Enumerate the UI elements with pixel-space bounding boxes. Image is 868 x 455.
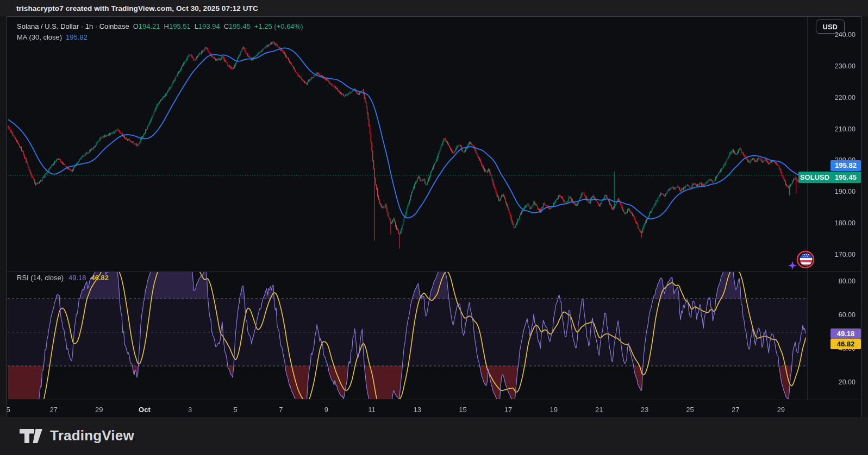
footer: TradingView	[0, 417, 868, 455]
price-tick-label: 190.00	[835, 188, 855, 195]
price-tick-label: 180.00	[835, 219, 855, 227]
open-label: O	[133, 22, 139, 30]
pane-separator[interactable]	[7, 271, 861, 272]
flag-moon-emoji	[788, 249, 816, 273]
time-tick-label: 27	[732, 406, 739, 414]
change-value: +1.25 (+0.64%)	[254, 22, 303, 30]
ma-legend-row[interactable]: MA (30, close) 195.82	[17, 31, 303, 42]
ma-indicator-label: MA (30, close)	[17, 33, 62, 41]
price-tick-label: 230.00	[835, 62, 855, 70]
ma-indicator-value: 195.82	[66, 33, 88, 41]
close-value: 195.45	[229, 22, 251, 30]
open-value: 194.21	[139, 22, 160, 30]
time-tick-label: 17	[504, 406, 512, 414]
rsi-ma-value-label: 46.82	[830, 339, 861, 349]
time-tick-label: 19	[549, 406, 557, 414]
rsi-tick-label: 20.00	[839, 378, 855, 386]
tradingview-logo-text: TradingView	[50, 427, 134, 444]
low-label: L	[195, 22, 198, 30]
rsi-legend-row[interactable]: RSI (14, close) 49.18 46.82	[17, 273, 109, 282]
sparkle-icon	[788, 261, 797, 270]
last-price-label: 195.45	[830, 172, 861, 183]
time-tick-label: 9	[324, 406, 328, 414]
time-tick-label: 11	[368, 406, 376, 414]
rsi-indicator-value: 49.18	[68, 274, 86, 282]
time-axis-separator	[7, 400, 861, 400]
time-tick-label: 5	[234, 406, 238, 414]
tradingview-logo-icon	[20, 428, 43, 444]
time-tick-label: 3	[188, 406, 192, 414]
close-label: C	[224, 22, 229, 30]
price-axis-separator	[807, 17, 808, 400]
tradingview-logo[interactable]: TradingView	[20, 427, 134, 444]
price-tick-label: 220.00	[835, 94, 855, 102]
symbol-price-tag: SOLUSD	[798, 172, 831, 183]
high-value: 195.51	[169, 22, 191, 30]
time-tick-label: 7	[279, 406, 283, 414]
rsi-value-label: 49.18	[830, 328, 861, 339]
rsi-ma-indicator-value: 46.82	[91, 274, 109, 282]
price-pane-legend: Solana / U.S. Dollar · 1h · Coinbase O19…	[17, 21, 303, 42]
time-tick-label: 15	[459, 406, 466, 414]
rsi-indicator-label: RSI (14, close)	[17, 274, 64, 282]
attribution-bar: trishacrypto7 created with TradingView.c…	[0, 0, 868, 16]
time-tick-label: 29	[95, 406, 103, 414]
symbol-legend-row[interactable]: Solana / U.S. Dollar · 1h · Coinbase O19…	[17, 21, 303, 31]
price-tick-label: 170.00	[835, 251, 855, 258]
time-tick-label: 13	[414, 406, 421, 414]
ma-price-label: 195.82	[830, 160, 861, 171]
attribution-text: trishacrypto7 created with TradingView.c…	[16, 4, 258, 12]
time-tick-label: 23	[641, 406, 648, 414]
time-tick-label: 5	[7, 406, 10, 414]
time-tick-label: 27	[49, 406, 57, 414]
symbol-title: Solana / U.S. Dollar · 1h · Coinbase	[17, 22, 129, 30]
rsi-tick-label: 60.00	[839, 311, 855, 319]
currency-toggle-button[interactable]: USD	[816, 20, 845, 34]
rsi-tick-label: 80.00	[839, 277, 855, 285]
time-tick-label: 21	[595, 406, 603, 414]
low-value: 193.94	[198, 22, 220, 30]
chart-widget: Solana / U.S. Dollar · 1h · Coinbase O19…	[7, 16, 861, 418]
time-tick-label: 29	[777, 406, 785, 414]
high-label: H	[164, 22, 169, 30]
chart-canvas[interactable]	[7, 17, 861, 417]
time-tick-label: Oct	[139, 406, 151, 414]
time-tick-label: 25	[686, 406, 694, 414]
flag-ball-icon	[800, 253, 813, 267]
price-tick-label: 210.00	[835, 125, 855, 133]
